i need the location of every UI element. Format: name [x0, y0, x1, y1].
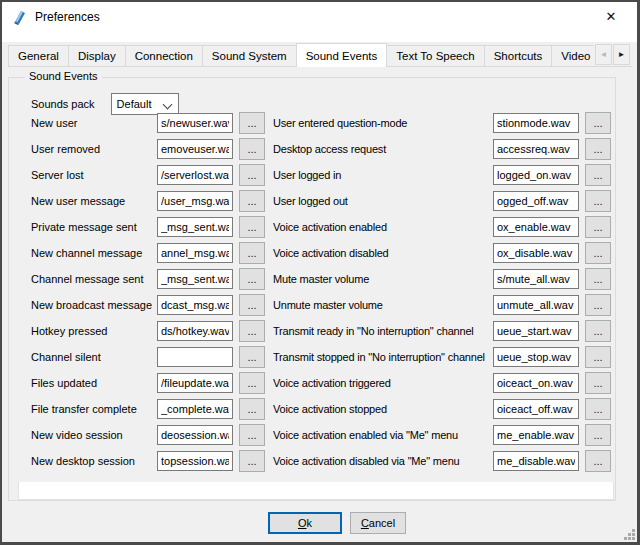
browse-button[interactable]: ...	[239, 450, 265, 472]
tab-sound-events[interactable]: Sound Events	[296, 43, 388, 67]
sound-file-input[interactable]	[157, 399, 233, 419]
event-label: Transmit ready in "No interruption" chan…	[273, 325, 493, 337]
sound-file-input[interactable]	[493, 217, 579, 237]
close-button[interactable]: ✕	[589, 2, 633, 32]
browse-button[interactable]: ...	[239, 242, 265, 264]
tab-connection[interactable]: Connection	[125, 45, 203, 66]
app-icon	[11, 9, 28, 26]
cancel-button[interactable]: Cancel	[350, 512, 406, 534]
row-server-lost: Server lost ...	[31, 162, 265, 188]
sound-events-right-column: User entered question-mode ... Desktop a…	[273, 110, 611, 474]
browse-button[interactable]: ...	[585, 372, 611, 394]
sound-file-input[interactable]	[493, 321, 579, 341]
event-label: New desktop session	[31, 455, 157, 467]
browse-button[interactable]: ...	[585, 320, 611, 342]
sound-file-input[interactable]	[157, 243, 233, 263]
sound-file-input[interactable]	[157, 347, 233, 367]
sound-file-input[interactable]	[493, 243, 579, 263]
browse-button[interactable]: ...	[585, 190, 611, 212]
sound-file-input[interactable]	[493, 295, 579, 315]
event-label: Channel silent	[31, 351, 157, 363]
tab-shortcuts[interactable]: Shortcuts	[484, 45, 553, 66]
browse-button[interactable]: ...	[239, 268, 265, 290]
left-arrow-icon: ◄	[600, 50, 608, 59]
row-voice-activation-disabled: Voice activation disabled ...	[273, 240, 611, 266]
row-new-video-session: New video session ...	[31, 422, 265, 448]
event-label: User removed	[31, 143, 157, 155]
browse-button[interactable]: ...	[585, 346, 611, 368]
tab-video[interactable]: Video	[551, 45, 594, 66]
browse-button[interactable]: ...	[585, 112, 611, 134]
row-user-logged-in: User logged in ...	[273, 162, 611, 188]
browse-button[interactable]: ...	[585, 294, 611, 316]
sounds-pack-label: Sounds pack	[31, 98, 95, 110]
title-bar[interactable]: Preferences ✕	[2, 2, 637, 42]
event-label: Hotkey pressed	[31, 325, 157, 337]
row-unmute-master-volume: Unmute master volume ...	[273, 292, 611, 318]
sound-file-input[interactable]	[493, 269, 579, 289]
sound-file-input[interactable]	[157, 269, 233, 289]
sound-file-input[interactable]	[493, 113, 579, 133]
resize-grip[interactable]	[622, 527, 635, 540]
browse-button[interactable]: ...	[239, 190, 265, 212]
event-label: Private message sent	[31, 221, 157, 233]
browse-button[interactable]: ...	[239, 294, 265, 316]
tab-display[interactable]: Display	[68, 45, 126, 66]
tab-text-to-speech[interactable]: Text To Speech	[386, 45, 484, 66]
chevron-down-icon	[164, 101, 171, 108]
browse-button[interactable]: ...	[239, 320, 265, 342]
event-label: Desktop access request	[273, 143, 493, 155]
sound-file-input[interactable]	[493, 399, 579, 419]
browse-button[interactable]: ...	[585, 450, 611, 472]
tab-scroll-left-button[interactable]: ◄	[595, 44, 612, 65]
sound-file-input[interactable]	[493, 425, 579, 445]
browse-button[interactable]: ...	[585, 242, 611, 264]
sound-file-input[interactable]	[157, 373, 233, 393]
row-voice-activation-triggered: Voice activation triggered ...	[273, 370, 611, 396]
row-voice-activation-enabled-me-menu: Voice activation enabled via "Me" menu .…	[273, 422, 611, 448]
tab-general[interactable]: General	[8, 45, 69, 66]
tab-sound-system[interactable]: Sound System	[202, 45, 297, 66]
sound-file-input[interactable]	[157, 165, 233, 185]
sound-file-input[interactable]	[157, 217, 233, 237]
sound-file-input[interactable]	[493, 373, 579, 393]
sound-file-input[interactable]	[493, 191, 579, 211]
preferences-window: Preferences ✕ General Display Connection…	[0, 0, 640, 545]
sound-file-input[interactable]	[157, 451, 233, 471]
browse-button[interactable]: ...	[239, 216, 265, 238]
sound-file-input[interactable]	[493, 451, 579, 471]
browse-button[interactable]: ...	[585, 424, 611, 446]
browse-button[interactable]: ...	[585, 268, 611, 290]
tab-scroll-right-button[interactable]: ►	[613, 44, 630, 65]
sound-file-input[interactable]	[157, 425, 233, 445]
browse-button[interactable]: ...	[239, 138, 265, 160]
sound-file-input[interactable]	[157, 295, 233, 315]
sound-file-input[interactable]	[157, 139, 233, 159]
row-transmit-stopped-no-interruption: Transmit stopped in "No interruption" ch…	[273, 344, 611, 370]
row-user-removed: User removed ...	[31, 136, 265, 162]
sound-file-input[interactable]	[157, 191, 233, 211]
sound-file-input[interactable]	[493, 165, 579, 185]
browse-button[interactable]: ...	[239, 112, 265, 134]
browse-button[interactable]: ...	[239, 398, 265, 420]
sound-events-left-column: New user ... User removed ... Server los…	[31, 110, 265, 474]
browse-button[interactable]: ...	[585, 138, 611, 160]
browse-button[interactable]: ...	[585, 398, 611, 420]
browse-button[interactable]: ...	[585, 164, 611, 186]
sound-file-input[interactable]	[493, 139, 579, 159]
row-private-message-sent: Private message sent ...	[31, 214, 265, 240]
browse-button[interactable]: ...	[239, 164, 265, 186]
browse-button[interactable]: ...	[585, 216, 611, 238]
row-file-transfer-complete: File transfer complete ...	[31, 396, 265, 422]
browse-button[interactable]: ...	[239, 424, 265, 446]
ok-button[interactable]: Ok	[268, 512, 342, 534]
browse-button[interactable]: ...	[239, 346, 265, 368]
browse-button[interactable]: ...	[239, 372, 265, 394]
event-label: Files updated	[31, 377, 157, 389]
row-voice-activation-stopped: Voice activation stopped ...	[273, 396, 611, 422]
row-new-channel-message: New channel message ...	[31, 240, 265, 266]
sound-file-input[interactable]	[157, 113, 233, 133]
row-hotkey-pressed: Hotkey pressed ...	[31, 318, 265, 344]
sound-file-input[interactable]	[157, 321, 233, 341]
sound-file-input[interactable]	[493, 347, 579, 367]
